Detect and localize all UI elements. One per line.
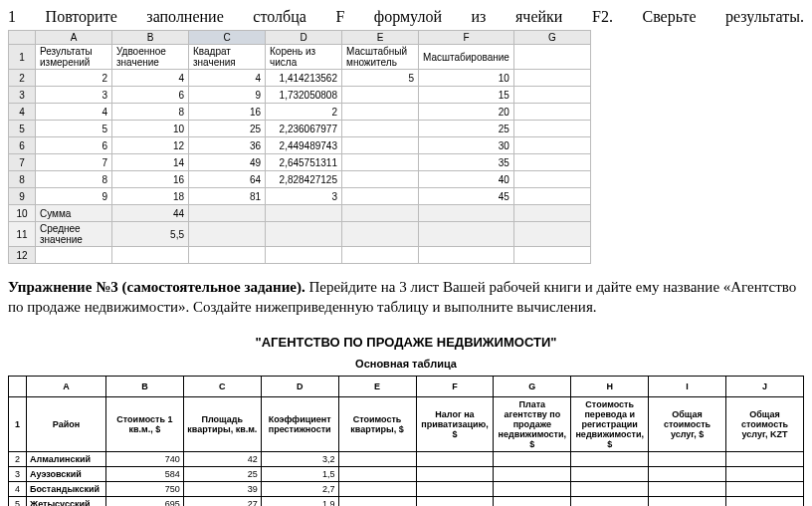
exercise-title: Упражнение №3 (самостоятельное задание).	[8, 279, 305, 295]
main-table: A B C D E F G H I J 1 Район Стоимость 1 …	[8, 376, 804, 506]
top-instruction: 1 Повторите заполнение столбца F формуло…	[8, 8, 804, 26]
agency-title: "АГЕНТСТВО ПО ПРОДАЖЕ НЕДВИЖИМОСТИ"	[8, 335, 804, 350]
list-number: 1	[8, 8, 16, 26]
main-subtitle: Основная таблица	[8, 358, 804, 370]
spreadsheet-table: A B C D E F G 1 Результаты измерений Удв…	[8, 30, 591, 264]
exercise-paragraph: Упражнение №3 (самостоятельное задание).…	[8, 278, 804, 317]
